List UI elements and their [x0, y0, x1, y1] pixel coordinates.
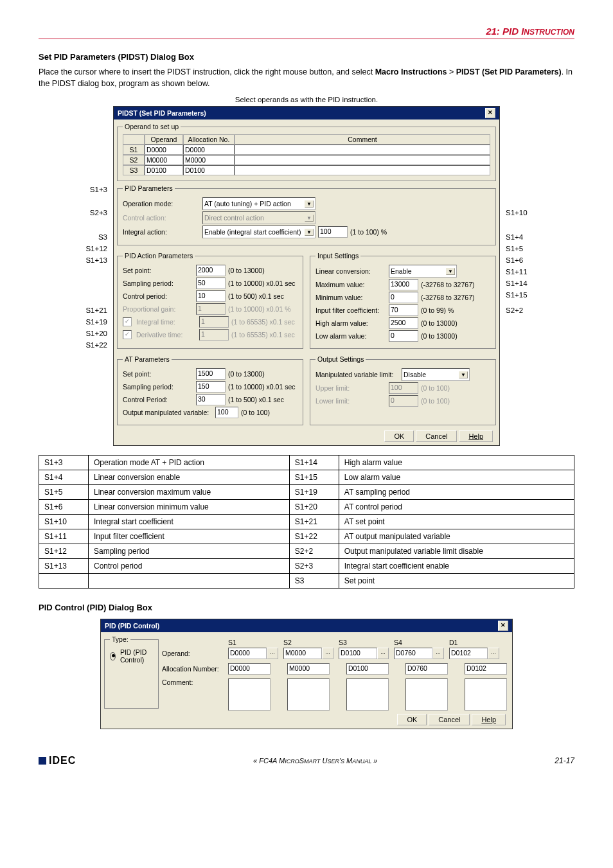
table-cell: S1+5	[39, 485, 89, 500]
help-button[interactable]: Help	[472, 714, 506, 725]
s3-operand[interactable]: D0100	[145, 165, 183, 175]
chevron-down-icon: ▼	[305, 215, 314, 222]
ctrl-period-range: (1 to 500) x0.1 sec	[228, 292, 284, 300]
s1-operand[interactable]: D0000	[145, 145, 183, 155]
linconv-select[interactable]: Enable▼	[389, 265, 457, 278]
at-omv-input[interactable]: 100	[215, 407, 238, 418]
d1-op-input[interactable]: D0102	[449, 648, 488, 659]
table-cell: Low alarm value	[339, 470, 574, 485]
table-cell: Input filter coefficient	[89, 529, 290, 544]
close-icon[interactable]: ✕	[498, 621, 508, 631]
at-cp-range: (1 to 500) x0.1 sec	[228, 396, 284, 403]
at-samp-input[interactable]: 150	[196, 381, 226, 393]
s2-operand[interactable]: M0000	[145, 155, 183, 165]
pid-title: PID (PID Control)	[105, 622, 159, 630]
low-alarm-input[interactable]: 0	[389, 330, 418, 342]
integral-start-coef-input[interactable]: 100	[318, 226, 348, 238]
table-cell: Operation mode AT + PID action	[89, 456, 290, 470]
s2-op-input[interactable]: M0000	[283, 648, 322, 659]
at-omv-range: (0 to 100)	[241, 409, 270, 416]
pidst-titlebar[interactable]: PIDST (Set PID Parameters) ✕	[114, 107, 499, 120]
browse-button[interactable]: ...	[322, 648, 333, 659]
help-button[interactable]: Help	[459, 430, 493, 442]
min-range: (-32768 to 32767)	[421, 294, 474, 301]
set-point-input[interactable]: 2000	[196, 265, 226, 276]
parameter-map-table: S1+3Operation mode AT + PID actionS1+14H…	[39, 455, 574, 589]
s2-comment-input[interactable]	[287, 678, 330, 711]
op-mode-label: Operation mode:	[123, 200, 200, 208]
upper-limit-range: (0 to 100)	[421, 384, 450, 392]
linconv-label: Linear conversion:	[315, 267, 386, 275]
pidst-title: PIDST (Set PID Parameters)	[118, 109, 206, 117]
legend-pid-action: PID Action Parameters	[123, 252, 195, 260]
s3-op-input[interactable]: D0100	[339, 648, 377, 659]
s4-comment-input[interactable]	[405, 678, 448, 711]
s3-comment[interactable]	[235, 165, 490, 175]
integral-action-select[interactable]: Enable (integral start coefficient)▼	[202, 226, 315, 238]
s1-comment-input[interactable]	[228, 678, 271, 711]
col-s4: S4	[394, 639, 444, 646]
table-cell: Integral start coefficient	[89, 515, 290, 529]
table-cell: Linear conversion enable	[89, 470, 290, 485]
s2-comment[interactable]	[235, 155, 490, 165]
sampling-input[interactable]: 50	[196, 278, 226, 289]
pid-titlebar[interactable]: PID (PID Control) ✕	[101, 619, 512, 632]
table-cell: Linear conversion minimum value	[89, 500, 290, 515]
s4-alloc-input[interactable]: D0760	[405, 663, 448, 675]
browse-button[interactable]: ...	[267, 648, 278, 659]
s3-alloc[interactable]: D0100	[183, 165, 235, 175]
high-alarm-range: (0 to 13000)	[421, 319, 458, 327]
s1-alloc-input[interactable]: D0000	[228, 663, 271, 675]
cancel-button[interactable]: Cancel	[416, 430, 457, 442]
min-input[interactable]: 0	[389, 292, 418, 303]
ok-button[interactable]: OK	[397, 714, 427, 725]
ctrl-period-input[interactable]: 10	[196, 290, 226, 302]
browse-button[interactable]: ...	[377, 648, 389, 659]
ok-button[interactable]: OK	[384, 430, 414, 442]
set-point-label: Set point:	[123, 267, 193, 274]
row-s1: S1	[123, 145, 145, 155]
table-cell: S1+15	[289, 470, 339, 485]
col-comment: Comment	[235, 134, 490, 145]
mvl-select[interactable]: Disable▼	[402, 368, 470, 381]
s1-op-input[interactable]: D0000	[228, 648, 267, 659]
table-cell: Sampling period	[89, 544, 290, 559]
at-sp-input[interactable]: 1500	[196, 368, 226, 380]
alloc-row-label: Allocation Number:	[162, 665, 223, 673]
s3-alloc-input[interactable]: D0100	[346, 663, 389, 675]
browse-button[interactable]: ...	[488, 648, 499, 659]
table-cell: S2+3	[289, 559, 339, 574]
max-input[interactable]: 13000	[389, 279, 418, 290]
table-cell: AT sampling period	[339, 485, 574, 500]
at-sp-range: (0 to 13000)	[228, 370, 265, 378]
s3-comment-input[interactable]	[346, 678, 389, 711]
table-cell: AT control period	[339, 500, 574, 515]
filter-input[interactable]: 70	[389, 305, 418, 316]
lab-s1p13: S1+13	[49, 256, 107, 264]
s4-op-input[interactable]: D0760	[394, 648, 432, 659]
row-s2: S2	[123, 155, 145, 165]
group-pid-action: PID Action Parameters Set point:2000(0 t…	[117, 252, 303, 349]
chevron-down-icon: ▼	[459, 371, 468, 378]
pgain-range: (1 to 10000) x0.01 %	[228, 305, 290, 313]
itime-range: (1 to 65535) x0.1 sec	[231, 318, 295, 326]
close-icon[interactable]: ✕	[485, 108, 495, 118]
type-radio-row[interactable]: PID (PID Control)	[110, 648, 153, 664]
s2-alloc[interactable]: M0000	[183, 155, 235, 165]
s1-alloc[interactable]: D0000	[183, 145, 235, 155]
high-alarm-label: High alarm value:	[315, 319, 386, 327]
cancel-button[interactable]: Cancel	[429, 714, 470, 725]
at-cp-input[interactable]: 30	[196, 394, 226, 405]
op-mode-select[interactable]: AT (auto tuning) + PID action▼	[202, 197, 315, 210]
browse-button[interactable]: ...	[432, 648, 444, 659]
s1-comment[interactable]	[235, 145, 490, 155]
s2-alloc-input[interactable]: M0000	[287, 663, 330, 675]
filter-range: (0 to 99) %	[421, 306, 454, 314]
set-point-range: (0 to 13000)	[228, 267, 265, 274]
brand-text: IDEC	[49, 755, 76, 766]
table-cell: S1+10	[39, 515, 89, 529]
lab-s1p10: S1+10	[506, 209, 564, 217]
d1-alloc-input[interactable]: D0102	[465, 663, 507, 675]
high-alarm-input[interactable]: 2500	[389, 317, 418, 329]
d1-comment-input[interactable]	[465, 678, 507, 711]
